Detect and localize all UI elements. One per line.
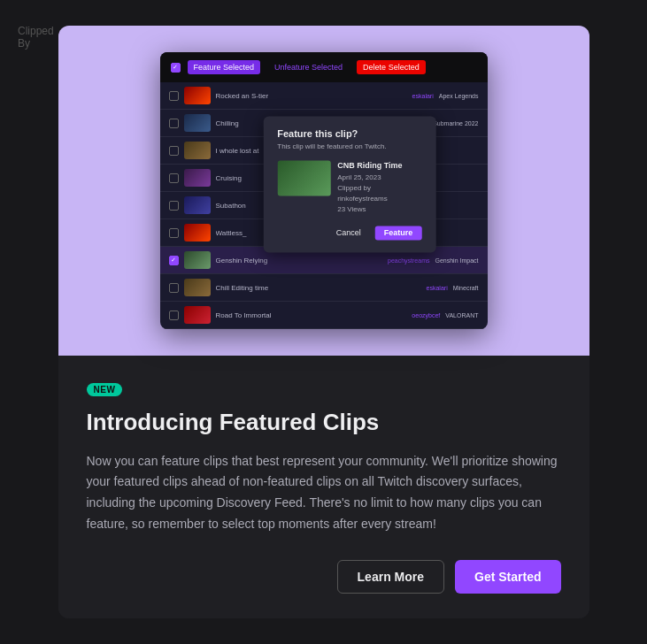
- mini-tab-unfeature-selected: Unfeature Selected: [267, 59, 350, 75]
- learn-more-button[interactable]: Learn More: [337, 560, 444, 594]
- col-clipped-by: Clipped By: [18, 25, 54, 50]
- feature-dialog-title: Feature this clip?: [277, 128, 421, 139]
- mini-thumb-9: [184, 306, 211, 324]
- feature-dialog-clip-preview: CNB Riding Time April 25, 2023 Clipped b…: [277, 160, 421, 215]
- mini-checkbox-3: [169, 146, 179, 156]
- mini-cat-7: peachystreams: [388, 257, 429, 264]
- mini-thumb-5: [184, 196, 211, 214]
- mini-game-2: Submarine 2022: [433, 120, 478, 126]
- mini-thumb-1: [184, 87, 211, 104]
- feature-dialog-subtitle: This clip will be featured on Twitch.: [277, 142, 421, 151]
- feature-dialog: Feature this clip? This clip will be fea…: [263, 116, 435, 252]
- mini-thumb-4: [184, 169, 211, 187]
- mini-thumb-2: [184, 114, 211, 132]
- feature-dialog-feature-button[interactable]: Feature: [375, 226, 422, 240]
- mini-checkbox-5: [169, 201, 179, 211]
- modal-content: NEW Introducing Featured Clips Now you c…: [58, 356, 589, 617]
- mini-cat-8: eskalari: [427, 285, 448, 291]
- mini-title-7: Genshin Relying: [216, 257, 383, 264]
- mini-row-8: Chill Editing time eskalari Minecraft: [160, 274, 488, 302]
- mini-tab-feature-selected: Feature Selected: [188, 60, 261, 74]
- mini-row-1: Rocked an S-tier eskalari Apex Legends: [160, 82, 488, 110]
- mini-checkbox-6: [169, 228, 179, 238]
- mini-checkbox-1: [169, 91, 179, 101]
- mini-checkbox-7: [169, 256, 179, 265]
- mini-checkbox-9: [169, 310, 179, 320]
- new-badge: NEW: [87, 383, 123, 396]
- feature-dialog-thumb: [277, 160, 330, 196]
- mini-thumb-6: [184, 224, 211, 242]
- feature-dialog-clip-info: CNB Riding Time April 25, 2023 Clipped b…: [337, 160, 421, 215]
- mini-game-1: Apex Legends: [439, 93, 479, 99]
- feature-dialog-clip-title: CNB Riding Time: [337, 160, 421, 172]
- modal-card: Feature Selected Unfeature Selected Dele…: [58, 26, 589, 617]
- mini-tab-delete-selected: Delete Selected: [357, 60, 426, 74]
- modal-body-text: Now you can feature clips that best repr…: [87, 451, 561, 535]
- mini-row-9: Road To Immortal oeozybcef VALORANT: [160, 302, 488, 329]
- page-background: Clipped By Category Featured Created Fea…: [0, 0, 647, 644]
- mini-title-1: Rocked an S-tier: [216, 92, 407, 100]
- mini-title-9: Road To Immortal: [216, 311, 407, 319]
- feature-dialog-clip-creator: Clipped by rinkofeystreams: [337, 183, 421, 204]
- get-started-button[interactable]: Get Started: [455, 560, 560, 594]
- feature-dialog-clip-views: 23 Views: [337, 204, 421, 215]
- mini-game-7: Genshin Impact: [435, 257, 478, 264]
- mini-thumb-7: [184, 251, 211, 269]
- feature-dialog-clip-date: April 25, 2023: [337, 172, 421, 183]
- feature-dialog-cancel-button[interactable]: Cancel: [329, 226, 368, 240]
- mini-thumb-3: [184, 142, 211, 159]
- modal-title: Introducing Featured Clips: [87, 409, 561, 436]
- modal-actions: Learn More Get Started: [87, 560, 561, 594]
- modal-banner: Feature Selected Unfeature Selected Dele…: [58, 26, 589, 356]
- mini-thumb-8: [184, 279, 211, 296]
- mini-select-all-checkbox: [171, 63, 181, 73]
- mini-cat-9: oeozybcef: [412, 312, 440, 318]
- feature-dialog-actions: Cancel Feature: [277, 226, 421, 240]
- mini-game-8: Minecraft: [453, 285, 479, 291]
- mini-dashboard-header: Feature Selected Unfeature Selected Dele…: [160, 52, 488, 82]
- mini-checkbox-2: [169, 119, 179, 128]
- mini-checkbox-8: [169, 283, 179, 293]
- mini-checkbox-4: [169, 173, 179, 183]
- mini-title-8: Chill Editing time: [216, 284, 421, 292]
- mini-game-9: VALORANT: [445, 312, 478, 318]
- mini-cat-1: eskalari: [412, 93, 434, 99]
- mini-dashboard-screenshot: Feature Selected Unfeature Selected Dele…: [160, 52, 488, 329]
